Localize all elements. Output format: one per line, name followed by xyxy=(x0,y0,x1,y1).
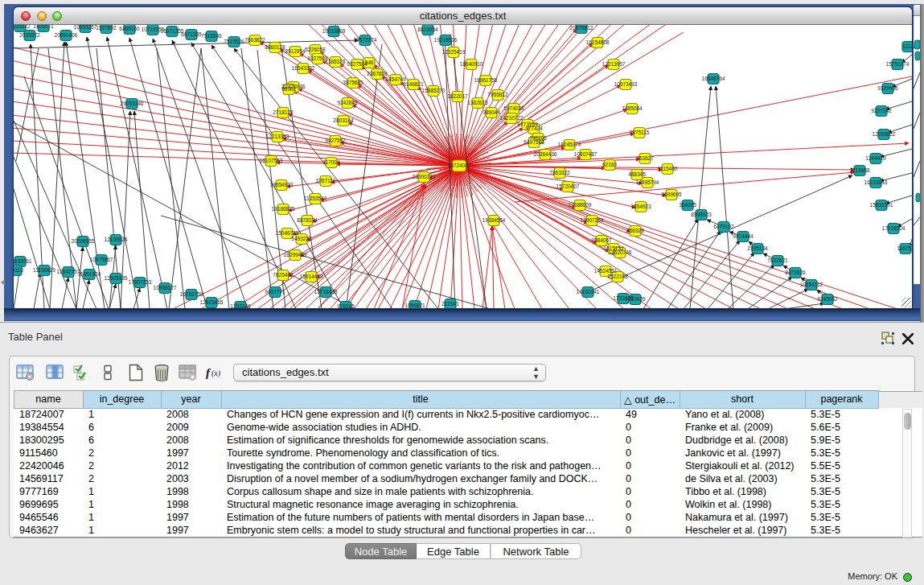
svg-text:9245052: 9245052 xyxy=(817,296,838,302)
svg-text:546: 546 xyxy=(365,60,374,65)
svg-text:12505195: 12505195 xyxy=(105,275,128,281)
svg-text:14210722: 14210722 xyxy=(500,115,524,121)
svg-text:9227342: 9227342 xyxy=(871,108,892,113)
svg-text:12325419: 12325419 xyxy=(442,49,466,55)
svg-text:488345: 488345 xyxy=(628,171,646,177)
svg-text:2803144: 2803144 xyxy=(333,117,354,123)
svg-text:20691406: 20691406 xyxy=(55,32,78,38)
svg-text:8471626: 8471626 xyxy=(785,270,806,275)
svg-text:15751074: 15751074 xyxy=(886,61,910,67)
svg-text:7515546: 7515546 xyxy=(201,33,222,39)
svg-text:7625402: 7625402 xyxy=(273,272,294,278)
svg-text:14524551: 14524551 xyxy=(594,268,618,274)
svg-text:62160: 62160 xyxy=(602,162,617,167)
svg-text:9242848: 9242848 xyxy=(337,100,358,105)
svg-text:19166825: 19166825 xyxy=(272,206,295,212)
svg-text:17957253: 17957253 xyxy=(129,279,152,285)
svg-text:7663822: 7663822 xyxy=(244,37,265,43)
svg-text:9457771: 9457771 xyxy=(265,289,285,295)
svg-text:5493222: 5493222 xyxy=(291,236,312,241)
svg-text:10688609: 10688609 xyxy=(569,202,592,208)
svg-text:212341: 212341 xyxy=(441,301,459,307)
svg-text:12942757: 12942757 xyxy=(57,269,80,274)
svg-text:16210643: 16210643 xyxy=(864,179,888,185)
svg-text:17016504: 17016504 xyxy=(882,225,906,231)
svg-text:7863322: 7863322 xyxy=(549,170,570,175)
svg-text:16782759: 16782759 xyxy=(180,291,203,297)
svg-text:9474444: 9474444 xyxy=(733,233,754,239)
svg-text:7632621: 7632621 xyxy=(767,257,788,263)
svg-text:164095: 164095 xyxy=(679,202,696,208)
svg-text:1527602: 1527602 xyxy=(96,25,117,31)
svg-text:12213957: 12213957 xyxy=(602,61,626,67)
svg-text:16154808: 16154808 xyxy=(586,39,610,45)
svg-text:2367608: 2367608 xyxy=(367,71,388,76)
svg-text:10958127: 10958127 xyxy=(154,285,177,290)
svg-text:16961758: 16961758 xyxy=(474,77,498,83)
svg-text:3215958: 3215958 xyxy=(849,167,870,173)
svg-text:13835061: 13835061 xyxy=(14,258,32,264)
svg-text:10975867: 10975867 xyxy=(90,257,113,262)
svg-text:9884067: 9884067 xyxy=(591,237,612,243)
svg-text:5226058: 5226058 xyxy=(305,47,326,52)
svg-text:15046738: 15046738 xyxy=(276,230,299,236)
svg-text:f: f xyxy=(206,366,211,379)
svg-text:29053346: 29053346 xyxy=(121,101,144,106)
svg-text:9146821: 9146821 xyxy=(403,81,424,87)
svg-text:20206555: 20206555 xyxy=(72,238,95,244)
svg-text:1056821: 1056821 xyxy=(405,303,425,308)
svg-text:8860128: 8860128 xyxy=(265,44,285,50)
svg-text:14161941: 14161941 xyxy=(577,289,600,295)
svg-text:20876812: 20876812 xyxy=(570,25,593,31)
svg-text:19218506: 19218506 xyxy=(434,37,458,43)
svg-text:117004: 117004 xyxy=(322,159,340,165)
svg-text:15692301: 15692301 xyxy=(870,202,893,208)
svg-text:16107553: 16107553 xyxy=(260,158,283,163)
svg-text:1244419: 1244419 xyxy=(865,155,886,161)
svg-text:10033809: 10033809 xyxy=(322,28,346,34)
svg-text:1405571: 1405571 xyxy=(33,25,54,29)
svg-text:12159924: 12159924 xyxy=(105,237,128,242)
svg-text:6497568: 6497568 xyxy=(524,139,544,145)
svg-text:19384554: 19384554 xyxy=(483,217,506,223)
svg-text:6671355: 6671355 xyxy=(181,31,202,37)
svg-text:1654923: 1654923 xyxy=(630,204,651,209)
svg-text:8938923: 8938923 xyxy=(691,212,712,217)
svg-text:10973493: 10973493 xyxy=(614,81,638,87)
svg-text:12923465: 12923465 xyxy=(200,299,224,305)
svg-text:989044: 989044 xyxy=(483,109,500,115)
svg-text:16648764: 16648764 xyxy=(702,76,725,81)
svg-text:18724007: 18724007 xyxy=(448,163,471,168)
svg-text:977424: 977424 xyxy=(525,126,543,131)
svg-text:1112: 1112 xyxy=(902,43,912,49)
svg-text:2035572: 2035572 xyxy=(19,32,40,38)
svg-text:8878334: 8878334 xyxy=(297,217,318,223)
svg-text:19654933: 19654933 xyxy=(270,182,294,187)
svg-text:166928: 166928 xyxy=(626,228,644,233)
svg-text:17572274: 17572274 xyxy=(354,37,377,43)
svg-text:15885270: 15885270 xyxy=(422,88,446,93)
svg-text:7955812: 7955812 xyxy=(487,92,508,97)
svg-text:(x): (x) xyxy=(211,369,221,378)
svg-text:1292346: 1292346 xyxy=(230,303,251,308)
svg-text:9329966: 9329966 xyxy=(877,85,898,91)
svg-text:1186328: 1186328 xyxy=(326,59,346,64)
svg-text:1362615: 1362615 xyxy=(467,100,488,105)
svg-text:18907269: 18907269 xyxy=(581,217,604,223)
svg-text:8912954: 8912954 xyxy=(285,48,306,54)
svg-text:18245374: 18245374 xyxy=(558,142,581,147)
svg-text:463627: 463627 xyxy=(636,155,654,161)
svg-text:11353594: 11353594 xyxy=(304,196,327,201)
svg-text:10653257: 10653257 xyxy=(74,25,97,30)
svg-text:6466160: 6466160 xyxy=(119,26,140,31)
svg-text:12213383: 12213383 xyxy=(266,134,290,139)
svg-text:2975115: 2975115 xyxy=(630,130,650,135)
svg-text:8813054: 8813054 xyxy=(417,27,438,32)
svg-text:20364436: 20364436 xyxy=(534,151,557,157)
svg-text:9427552: 9427552 xyxy=(325,138,346,143)
svg-text:98961: 98961 xyxy=(281,86,296,92)
svg-text:979245: 979245 xyxy=(337,303,355,308)
svg-text:11156829: 11156829 xyxy=(33,267,55,273)
svg-text:7515526: 7515526 xyxy=(224,39,244,44)
svg-text:14520746: 14520746 xyxy=(609,249,632,255)
